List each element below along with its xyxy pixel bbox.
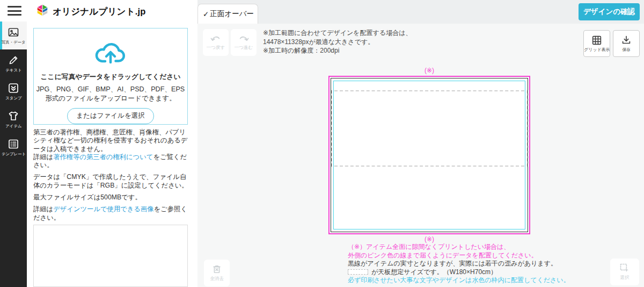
rail-item-template[interactable]: テンプレート (0, 133, 27, 161)
tabletop-guide-right-line (527, 90, 528, 167)
bleed-marker-top: (※) (328, 67, 530, 74)
save-button[interactable]: 保存 (613, 30, 640, 57)
file-dropzone[interactable]: ここに写真やデータをドラッグしてください JPG、PNG、GIF、BMP、AI、… (33, 28, 188, 125)
upload-panel: ここに写真やデータをドラッグしてください JPG、PNG、GIF、BMP、AI、… (27, 21, 197, 287)
tab-label: 正面オーバー (210, 9, 254, 19)
rights-paragraph: 第三者の著作権、商標権、意匠権、肖像権、パブリシティ権など一切の権利を侵害するお… (33, 128, 192, 169)
dropzone-formats: JPG、PNG、GIF、BMP、AI、PSD、PDF、EPS 形式のファイルをア… (34, 85, 187, 103)
rights-detail-link[interactable]: 著作権等の第三者の権利について (53, 153, 153, 161)
size-info-text: ※加工範囲に合わせてデザインを配置する場合は、 14478×11328pxが最適… (263, 28, 412, 55)
tabletop-guide-left-line (331, 90, 332, 167)
tab-front-over[interactable]: ✓ 正面オーバー (197, 4, 258, 24)
tabletop-guide-bottom-line (334, 166, 524, 167)
brand-title: オリジナルプリント.jp (53, 6, 146, 18)
brand-logo-cube-icon (35, 3, 49, 19)
select-button[interactable]: 選択 (610, 259, 639, 285)
tabletop-guide-top-line (334, 90, 524, 91)
template-icon (8, 138, 19, 150)
hamburger-menu-icon[interactable] (8, 6, 21, 16)
rail-item-label: アイテム (5, 124, 21, 128)
trash-icon (211, 264, 222, 275)
color-mode-paragraph: データは「CMYK」で作成したうえで、ファイル自体のカラーモードは「RGB」に設… (33, 173, 192, 190)
design-artboard[interactable] (328, 76, 530, 234)
tabletop-size-swatch (348, 269, 368, 275)
photo-icon (8, 26, 19, 38)
confirm-design-button[interactable]: デザインの確認 (579, 3, 640, 20)
note-line-2: 外側のピンク色の線まで届くようにデータを配置してください。 (348, 252, 570, 260)
check-icon: ✓ (203, 10, 209, 18)
note-line-5: 必ず印刷させたい大事な文字やデザインは水色の枠内に配置してください。 (348, 276, 570, 285)
rail-item-label: テキスト (5, 68, 21, 72)
grid-display-button[interactable]: グリッド表示 (583, 30, 610, 57)
design-tool-app: オリジナルプリント.jp 写真・データ テキスト スタンプ アイテム テンプレー… (0, 0, 644, 287)
uploaded-files-box[interactable] (33, 225, 188, 287)
usable-images-link[interactable]: デザインツールで使用できる画像 (53, 205, 153, 213)
active-indicator (0, 21, 2, 49)
pencil-icon (8, 54, 19, 66)
note-line-1: （※）アイテム全面に隙間なくプリントしたい場合は、 (348, 243, 570, 252)
clear-all-button[interactable]: 全消去 (204, 260, 230, 286)
tshirt-icon (8, 110, 19, 122)
redo-label: 一つ進む (235, 45, 253, 51)
undo-icon (209, 34, 222, 44)
bleed-marker-bottom: (※) (328, 235, 530, 243)
save-button-label: 保存 (622, 47, 631, 52)
undo-label: 一つ戻す (207, 45, 225, 51)
grid-button-label: グリッド表示 (584, 47, 610, 52)
clear-all-label: 全消去 (210, 276, 224, 282)
select-label: 選択 (620, 275, 630, 281)
rail-item-item[interactable]: アイテム (0, 105, 27, 133)
rail-item-stamp[interactable]: スタンプ (0, 77, 27, 105)
rail-item-label: 写真・データ (2, 40, 26, 44)
select-file-button[interactable]: またはファイルを選択 (67, 108, 153, 124)
redo-icon (237, 34, 250, 44)
rail-item-label: テンプレート (1, 152, 25, 156)
dropzone-title: ここに写真やデータをドラッグしてください (34, 73, 187, 82)
detail-paragraph: 詳細はデザインツールで使用できる画像をご参照ください。 (33, 205, 192, 222)
cloud-upload-icon (91, 37, 130, 66)
save-download-icon (620, 34, 632, 46)
rail-item-text[interactable]: テキスト (0, 49, 27, 77)
grid-icon (591, 34, 603, 46)
redo-button[interactable]: 一つ進む (231, 29, 257, 56)
rail-item-label: スタンプ (5, 96, 21, 100)
undo-button[interactable]: 一つ戻す (203, 29, 229, 56)
app-header: オリジナルプリント.jp (0, 0, 197, 21)
safe-area-outline (333, 81, 525, 229)
selection-icon (619, 263, 630, 274)
note-line-4: が天板想定サイズです。（W180×H70cm） (348, 268, 570, 277)
max-file-size-text: 最大ファイルサイズは500MBです。 (33, 193, 192, 202)
tool-rail: 写真・データ テキスト スタンプ アイテム テンプレート (0, 21, 27, 287)
note-line-3: 黒線がアイテムの実寸となりますが、実際には若干の歪みがあります。 (348, 260, 570, 268)
stamp-icon (8, 82, 19, 94)
tab-strip (197, 0, 644, 24)
canvas-notes: （※）アイテム全面に隙間なくプリントしたい場合は、 外側のピンク色の線まで届くよ… (348, 243, 570, 285)
rail-item-photo-data[interactable]: 写真・データ (0, 21, 27, 49)
